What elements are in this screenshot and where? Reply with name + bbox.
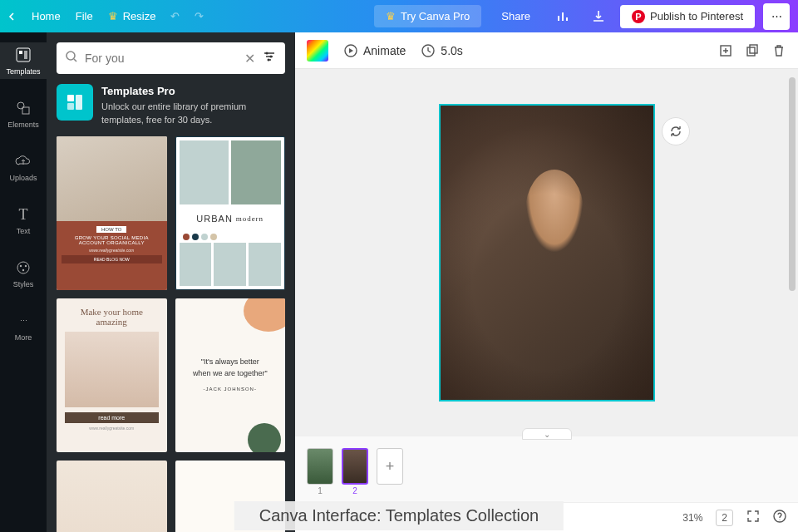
templates-pro-promo[interactable]: Templates ProUnlock our entire library o… bbox=[57, 84, 285, 126]
canvas-toolbar: Animate 5.0s bbox=[295, 32, 798, 69]
svg-point-5 bbox=[17, 262, 29, 273]
color-picker[interactable] bbox=[307, 40, 328, 62]
side-rail: Templates Elements Uploads TText Styles … bbox=[0, 32, 47, 532]
animate-button[interactable]: Animate bbox=[343, 43, 406, 58]
templates-panel: ✕ Templates ProUnlock our entire library… bbox=[47, 32, 295, 532]
svg-point-11 bbox=[270, 56, 273, 58]
bottom-caption: Canva Interface: Templates Collection bbox=[234, 501, 564, 530]
top-bar: Home File ♛Resize ↶ ↷ ♛Try Canva Pro Sha… bbox=[0, 0, 798, 32]
fullscreen-button[interactable] bbox=[746, 510, 760, 525]
main-area: Templates Elements Uploads TText Styles … bbox=[0, 32, 798, 532]
home-button[interactable]: Home bbox=[32, 10, 61, 22]
crown-icon: ♛ bbox=[108, 10, 118, 22]
templates-grid: HOW TO GROW YOUR SOCIAL MEDIA ACCOUNT OR… bbox=[47, 136, 295, 532]
crown-icon: ♛ bbox=[386, 10, 396, 22]
svg-rect-1 bbox=[19, 51, 22, 54]
insights-button[interactable] bbox=[550, 3, 577, 30]
download-button[interactable] bbox=[585, 3, 612, 30]
clear-icon[interactable]: ✕ bbox=[244, 51, 255, 66]
add-page-button[interactable]: + bbox=[377, 448, 403, 485]
pro-icon bbox=[57, 84, 93, 121]
pinterest-icon: P bbox=[632, 10, 645, 23]
svg-rect-0 bbox=[17, 48, 30, 62]
svg-rect-20 bbox=[750, 45, 757, 53]
text-icon: T bbox=[14, 205, 32, 224]
elements-icon bbox=[14, 99, 32, 117]
page-image bbox=[441, 106, 653, 400]
search-input[interactable] bbox=[85, 52, 238, 65]
duration-button[interactable]: 5.0s bbox=[421, 43, 462, 58]
template-card[interactable]: URBAN modern bbox=[175, 136, 286, 290]
back-button[interactable] bbox=[8, 12, 17, 21]
workspace-scrollbar[interactable] bbox=[788, 74, 796, 431]
workspace[interactable] bbox=[295, 69, 798, 436]
strip-collapse-button[interactable]: ⌄ bbox=[522, 428, 572, 440]
svg-rect-14 bbox=[76, 95, 82, 110]
topbar-left: Home File ♛Resize ↶ ↷ bbox=[8, 10, 204, 22]
template-card[interactable]: "It's always better when we are together… bbox=[175, 298, 286, 452]
svg-rect-4 bbox=[22, 107, 29, 114]
file-menu[interactable]: File bbox=[76, 10, 93, 22]
help-button[interactable] bbox=[773, 510, 786, 525]
rail-more[interactable]: ⋯More bbox=[0, 308, 47, 345]
svg-rect-2 bbox=[24, 51, 27, 59]
template-card[interactable]: Make your home amazing read more www.rea… bbox=[57, 298, 167, 452]
uploads-icon bbox=[14, 152, 32, 170]
rail-uploads[interactable]: Uploads bbox=[0, 149, 47, 185]
svg-rect-13 bbox=[67, 95, 74, 101]
topbar-right: ♛Try Canva Pro Share PPublish to Pintere… bbox=[374, 3, 790, 30]
publish-button[interactable]: PPublish to Pinterest bbox=[620, 5, 755, 28]
redo-button[interactable]: ↷ bbox=[195, 10, 204, 22]
styles-icon bbox=[14, 259, 32, 277]
page-strip: ⌄ 1 2 + bbox=[295, 436, 798, 502]
page-number: 2 bbox=[352, 486, 357, 495]
animate-icon bbox=[343, 43, 358, 58]
try-pro-button[interactable]: ♛Try Canva Pro bbox=[374, 5, 481, 27]
duplicate-button[interactable] bbox=[745, 43, 760, 58]
more-menu-button[interactable]: ⋯ bbox=[763, 3, 790, 30]
svg-point-10 bbox=[266, 52, 268, 55]
clock-icon bbox=[421, 43, 436, 58]
template-card[interactable]: HOW TO GROW YOUR SOCIAL MEDIA ACCOUNT OR… bbox=[57, 136, 167, 290]
zoom-level[interactable]: 31% bbox=[682, 512, 702, 524]
undo-button[interactable]: ↶ bbox=[170, 10, 180, 22]
rail-elements[interactable]: Elements bbox=[0, 96, 47, 132]
promo-title: Templates Pro bbox=[101, 84, 285, 99]
svg-rect-15 bbox=[67, 103, 74, 110]
page-thumb-1[interactable] bbox=[307, 448, 333, 485]
export-page-button[interactable] bbox=[718, 43, 733, 58]
canvas-area: Animate 5.0s ⌄ 1 bbox=[295, 32, 798, 532]
page-thumb-2[interactable] bbox=[342, 448, 368, 485]
filter-icon[interactable] bbox=[262, 49, 277, 67]
template-card[interactable] bbox=[57, 461, 167, 532]
svg-point-6 bbox=[20, 265, 22, 267]
delete-button[interactable] bbox=[771, 43, 786, 58]
svg-point-12 bbox=[268, 59, 270, 62]
page-count-button[interactable]: 2 bbox=[716, 510, 733, 526]
svg-point-9 bbox=[66, 52, 75, 60]
promo-body: Unlock our entire library of premium tem… bbox=[101, 101, 246, 124]
rail-templates[interactable]: Templates bbox=[0, 42, 47, 79]
search-icon bbox=[65, 50, 78, 66]
rail-styles[interactable]: Styles bbox=[0, 255, 47, 292]
svg-rect-19 bbox=[747, 47, 755, 56]
more-icon: ⋯ bbox=[14, 312, 32, 330]
page-number: 1 bbox=[318, 486, 323, 495]
regenerate-button[interactable] bbox=[662, 117, 690, 145]
svg-point-8 bbox=[22, 269, 24, 271]
template-search[interactable]: ✕ bbox=[57, 42, 285, 74]
templates-icon bbox=[14, 46, 32, 64]
canvas-page[interactable] bbox=[439, 104, 655, 401]
rail-text[interactable]: TText bbox=[0, 202, 47, 239]
svg-point-7 bbox=[25, 265, 27, 267]
svg-point-3 bbox=[17, 102, 24, 109]
resize-button[interactable]: ♛Resize bbox=[108, 10, 156, 22]
share-button[interactable]: Share bbox=[490, 5, 542, 27]
